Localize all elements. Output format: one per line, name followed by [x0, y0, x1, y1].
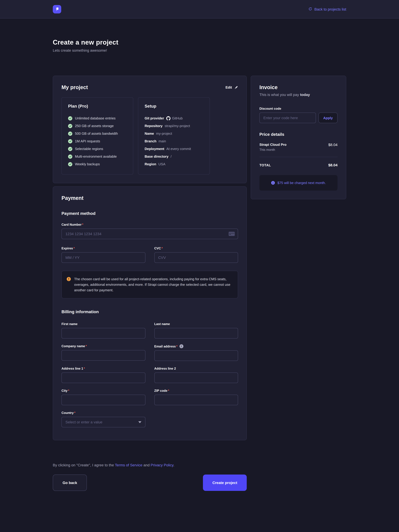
cvc-input[interactable]	[154, 252, 238, 263]
zip-code-field: ZIP code*	[154, 389, 238, 405]
terms-of-service-link[interactable]: Terms of Service	[115, 463, 143, 467]
expires-field: Expires*	[61, 247, 145, 263]
setup-row-deployment: Deployment At every commit	[145, 145, 203, 153]
pencil-icon	[234, 86, 238, 89]
setup-value: strapi/my-project	[165, 124, 190, 128]
line-item-period: This month	[259, 148, 287, 152]
payment-title: Payment	[61, 195, 238, 201]
setup-label: Branch	[145, 139, 157, 143]
company-name-field: Company name*	[61, 344, 145, 361]
setup-box: Setup Git provider GitHub Repository s	[138, 97, 210, 175]
credit-card-icon	[229, 232, 235, 236]
footer-actions: Go back Create project	[53, 475, 247, 491]
card-usage-notice-text: The chosen card will be used for all pro…	[74, 276, 231, 293]
check-icon	[68, 147, 72, 151]
first-name-field: First name	[61, 322, 145, 338]
total-amount: $8.04	[328, 163, 338, 167]
country-select[interactable]: Select or enter a value	[61, 417, 145, 427]
email-field: Email address* i	[154, 344, 238, 361]
back-arrow-icon	[308, 7, 312, 11]
city-label: City	[61, 389, 67, 393]
strapi-cloud-logo[interactable]	[53, 5, 61, 13]
plan-feature: Selectable regions	[68, 145, 127, 153]
setup-row-name: Name my-project	[145, 130, 203, 137]
address-line1-input[interactable]	[61, 373, 145, 383]
page-title: Create a new project	[53, 38, 346, 46]
check-icon	[68, 131, 72, 136]
required-asterisk: *	[162, 247, 163, 250]
check-icon	[68, 162, 72, 166]
last-name-input[interactable]	[154, 328, 238, 338]
project-card-title: My project	[61, 84, 88, 90]
discount-code-input[interactable]	[259, 113, 316, 123]
warning-icon	[66, 277, 71, 281]
plan-title: Plan (Pro)	[68, 104, 127, 109]
country-select-placeholder: Select or enter a value	[65, 420, 102, 424]
plan-box: Plan (Pro) Unlimited database entries 25…	[61, 97, 133, 175]
next-month-note: $75 will be charged next month.	[259, 175, 338, 191]
expires-label: Expires	[61, 247, 73, 250]
invoice-subtitle-prefix: This is what you will pay	[259, 93, 300, 97]
setup-label: Repository	[145, 124, 163, 128]
back-to-projects-link[interactable]: Back to projects list	[308, 7, 346, 11]
edit-project-button[interactable]: Edit	[225, 85, 238, 89]
company-name-label: Company name	[61, 344, 85, 348]
address-line1-field: Address line 1*	[61, 367, 145, 383]
required-asterisk: *	[86, 344, 87, 348]
email-info-icon[interactable]: i	[179, 344, 183, 348]
address-line1-label: Address line 1	[61, 367, 83, 370]
payment-card: Payment Payment method Card Number*	[53, 186, 247, 440]
plan-feature: 500 GB of assets bandwidth	[68, 130, 127, 137]
setup-value: USA	[158, 162, 165, 166]
plan-feature-label: Unlimited database entries	[75, 116, 116, 120]
apply-discount-button[interactable]: Apply	[319, 113, 338, 123]
setup-value: GitHub	[172, 116, 183, 120]
email-input[interactable]	[154, 350, 238, 361]
required-asterisk: *	[73, 247, 75, 250]
check-icon	[68, 116, 72, 120]
address-line2-input[interactable]	[154, 373, 238, 383]
card-number-label: Card Number	[61, 223, 82, 227]
required-asterisk: *	[68, 389, 69, 393]
create-project-button[interactable]: Create project	[203, 475, 247, 491]
last-name-field: Last name	[154, 322, 238, 338]
zip-code-label: ZIP code	[154, 389, 167, 393]
plan-feature: Unlimited database entries	[68, 114, 127, 122]
invoice-subtitle: This is what you will pay today	[259, 93, 338, 97]
invoice-total-row: TOTAL $8.04	[259, 163, 338, 167]
country-label: Country	[61, 411, 74, 415]
agreement-prefix: By clicking on "Create", I agree to the	[53, 463, 115, 467]
my-project-card: My project Edit Plan (Pro)	[53, 76, 247, 183]
setup-label: Name	[145, 132, 154, 135]
github-icon	[166, 116, 170, 120]
company-name-input[interactable]	[61, 350, 145, 361]
card-number-input[interactable]	[61, 228, 238, 239]
privacy-policy-link[interactable]: Privacy Policy	[151, 463, 173, 467]
plan-feature-label: 500 GB of assets bandwidth	[75, 132, 118, 135]
invoice-card: Invoice This is what you will pay today …	[251, 76, 346, 199]
required-asterisk: *	[168, 389, 169, 393]
address-line2-field: Address line 2	[154, 367, 238, 383]
setup-row-git-provider: Git provider GitHub	[145, 114, 203, 122]
expires-input[interactable]	[61, 252, 145, 263]
edit-button-label: Edit	[225, 85, 232, 89]
go-back-button[interactable]: Go back	[53, 475, 87, 491]
first-name-input[interactable]	[61, 328, 145, 338]
strapi-logo-icon	[54, 6, 59, 12]
setup-row-repository: Repository strapi/my-project	[145, 122, 203, 130]
first-name-label: First name	[61, 322, 78, 326]
setup-label: Region	[145, 162, 156, 166]
setup-row-base-directory: Base directory /	[145, 153, 203, 160]
agreement-middle: and	[142, 463, 150, 467]
invoice-line-item: Strapi Cloud Pro This month $8.04	[259, 143, 338, 152]
setup-row-branch: Branch main	[145, 137, 203, 145]
total-label: TOTAL	[259, 163, 271, 167]
card-number-field: Card Number*	[61, 223, 238, 239]
cvc-label: CVC	[154, 247, 161, 250]
back-link-label: Back to projects list	[314, 7, 346, 11]
plan-feature-label: Selectable regions	[75, 147, 103, 151]
info-icon	[271, 181, 275, 185]
city-input[interactable]	[61, 395, 145, 405]
zip-code-input[interactable]	[154, 395, 238, 405]
check-icon	[68, 154, 72, 158]
